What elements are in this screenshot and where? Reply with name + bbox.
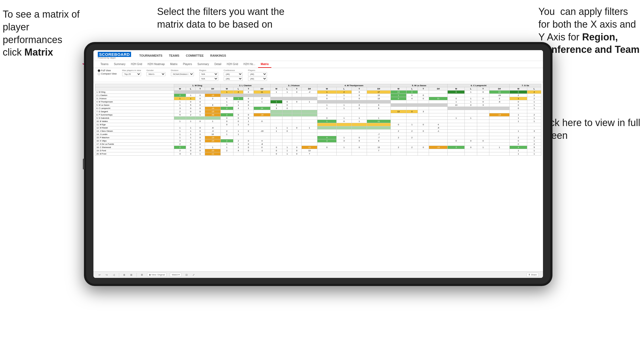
tab-matrix[interactable]: Matrix <box>167 61 180 68</box>
row-name-2: 2. L Clanton <box>95 94 174 97</box>
table-row: 18. C Sherwood 2001 1300 010-11 01013 22… <box>95 146 541 149</box>
row-name-12: 12. M Riedel <box>95 126 174 130</box>
row-name-18: 18. C Sherwood <box>95 146 174 149</box>
table-row: 16. K Vilips 310-25 2204 3308 000 01 <box>95 139 541 143</box>
toolbar-settings-icon[interactable]: ⚙ <box>140 273 144 277</box>
sh-l5: L <box>406 87 418 91</box>
tab-h2hhe[interactable]: H2H He... <box>241 61 258 68</box>
tab-summary[interactable]: Summary <box>111 61 128 68</box>
toolbar-undo[interactable]: ↩ <box>98 273 102 277</box>
matrix-table: 1. W Ding 2. L Clanton 3. J Koivun 4. M … <box>95 84 541 156</box>
filters-row: Full View Compact View Max players in vi… <box>93 68 543 82</box>
tab-players[interactable]: Players <box>180 61 195 68</box>
tab-matrix-active[interactable]: Matrix <box>258 61 271 68</box>
tablet: SCOREBOARD Powered by clippd TOURNAMENTS… <box>84 42 552 286</box>
filter-division: Division NCAA Division I <box>171 69 194 76</box>
header-6-lamp: 6. C Lamprecht <box>448 84 509 87</box>
nav-committee[interactable]: COMMITTEE <box>186 54 204 57</box>
full-view-radio[interactable] <box>98 69 100 72</box>
scoreboard-logo: SCOREBOARD Powered by clippd <box>98 52 131 59</box>
conference-select-1[interactable]: (All) <box>224 72 243 76</box>
sh-w1: W <box>174 87 186 91</box>
table-row: 17. S De La Fuente 200 110-8 02 <box>95 143 541 146</box>
toolbar-divider-1 <box>119 273 119 277</box>
tab-teams[interactable]: Teams <box>98 61 111 68</box>
region-select-2[interactable]: N/A <box>199 77 218 81</box>
tab-summary2[interactable]: Summary <box>195 61 212 68</box>
filter-conference: Conference (All) (All) <box>224 69 243 81</box>
annotation-left-text: To see a matrix of player performancescl… <box>3 9 80 58</box>
tab-h2h-grid[interactable]: H2H Grid <box>128 61 145 68</box>
row-name-16: 16. K Vilips <box>95 139 174 143</box>
row-name-19: 19. D Ford <box>95 149 174 152</box>
sh-t1: T <box>195 87 205 91</box>
row-name-1: 1. W Ding <box>95 91 174 94</box>
table-row: 9. N Gabrelcik 009 0111 11 11 <box>95 117 541 120</box>
row-name-4: 4. M Thorbjornsen <box>95 100 174 104</box>
table-row: 5. M La Sasso 1506 310 30 1106 1303 01 <box>95 104 541 107</box>
sh-l3: L <box>282 87 292 91</box>
toolbar-back[interactable]: ◁ <box>112 273 116 277</box>
toolbar-expand-icon[interactable]: ⊡ <box>185 273 188 277</box>
compact-view-radio[interactable] <box>98 73 100 75</box>
filter-players: Players (All) (All) <box>248 69 267 81</box>
sh-d5: Dif <box>429 87 448 91</box>
table-row: 4. M Thorbjornsen 100 1001 1001 110-6 01 <box>95 100 541 104</box>
annotation-right-bottom: Click here to view in full screen <box>538 117 641 142</box>
tablet-side-button[interactable] <box>83 159 84 169</box>
table-row: 7. G Sargent 200-15 1303 <box>95 110 541 113</box>
toolbar-fullscreen-icon[interactable]: ⤢ <box>192 273 196 277</box>
watch-button[interactable]: Watch ▾ <box>170 273 181 277</box>
nav-teams[interactable]: TEAMS <box>169 54 180 57</box>
row-name-13: 13. J Skov Olesen <box>95 130 174 133</box>
row-name-3: 3. J Koivun <box>95 97 174 100</box>
conference-select-2[interactable]: (All) <box>224 77 243 81</box>
table-row: 19. D Ford 200-20 240-1 01013 7 11 <box>95 149 541 152</box>
players-select-2[interactable]: (All) <box>248 77 267 81</box>
row-name-8: 8. P Summerhays <box>95 113 174 117</box>
full-view-option[interactable]: Full View <box>98 69 117 72</box>
max-players-select[interactable]: Top 25 <box>122 72 141 76</box>
nav-items: TOURNAMENTS TEAMS COMMITTEE RANKINGS <box>139 54 226 57</box>
sh-t6: T <box>477 87 489 91</box>
nav-tournaments[interactable]: TOURNAMENTS <box>139 54 162 57</box>
table-row: 10. B Valdes 1101 0010 10111 11 <box>95 120 541 123</box>
header-name <box>95 84 174 87</box>
row-name-10: 10. B Valdes <box>95 120 174 123</box>
tab-detail[interactable]: Detail <box>212 61 224 68</box>
sub-nav: Teams Summary H2H Grid H2H Heatmap Matri… <box>93 61 543 68</box>
table-row: 3. J Koivun 1102 0102 01013 04011 0103 1… <box>95 97 541 100</box>
toolbar-share-icon[interactable]: ⊕ <box>122 273 126 277</box>
division-select[interactable]: NCAA Division I <box>171 72 194 76</box>
view-original-button[interactable]: ◉ View: Original <box>147 273 167 277</box>
sh-l4: L <box>336 87 352 91</box>
compact-view-option[interactable]: Compact View <box>98 72 117 75</box>
sh-w3: W <box>270 87 282 91</box>
region-select-1[interactable]: N/A <box>199 72 218 76</box>
sh-w7: W <box>509 87 527 91</box>
sh-d4: Dif <box>367 87 391 91</box>
annotation-center: Select the filters you want the matrix d… <box>157 5 287 31</box>
tab-h2h-heatmap[interactable]: H2H Heatmap <box>145 61 167 68</box>
row-name-9: 9. N Gabrelcik <box>95 117 174 120</box>
share-button[interactable]: ⬆ Share <box>526 273 539 277</box>
gender-select[interactable]: Men's <box>147 72 165 76</box>
table-row: 15. P Maichon 110-19 410-7 22 22 <box>95 136 541 139</box>
players-select-1[interactable]: (All) <box>248 72 267 76</box>
table-row: 14. J Lundin 11010 11 -7 <box>95 133 541 136</box>
sh-w5: W <box>391 87 406 91</box>
header-4-thor: 4. M Thorbjornsen <box>317 84 391 87</box>
sh-l2: L <box>233 87 243 91</box>
header-2-clanton: 2. L Clanton <box>220 84 270 87</box>
annotation-right-top: You can apply filters for both the X axi… <box>538 5 641 56</box>
nav-rankings[interactable]: RANKINGS <box>210 54 226 57</box>
logo-sub: Powered by clippd <box>98 57 131 59</box>
toolbar-redo[interactable]: ↪ <box>105 273 109 277</box>
header-1-wding: 1. W Ding <box>174 84 220 87</box>
row-name-6: 6. C Lamprecht <box>95 107 174 110</box>
view-icon: ◉ <box>149 274 151 276</box>
toolbar-layout-icon[interactable]: ⊞ <box>129 273 133 277</box>
table-row: 1. W Ding 12011 110-2 12017 130 01013 02 <box>95 91 541 94</box>
tab-h2h-grid2[interactable]: H2H Grid <box>224 61 241 68</box>
table-row: 13. J Skov Olesen 110-3 210-19 10 220-1 … <box>95 130 541 133</box>
